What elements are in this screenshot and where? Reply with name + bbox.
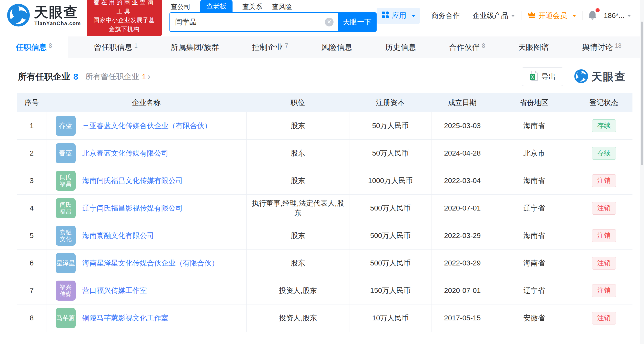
company-link[interactable]: 营口福兴传媒工作室 bbox=[82, 285, 147, 296]
search-tabs: 查公司查老板查关系查风险 bbox=[169, 0, 377, 12]
positions-table: 序号企业名称职位注册资本成立日期省份地区登记状态 1春蓝三亚春蓝文化传媒合伙企业… bbox=[17, 93, 632, 332]
crown-icon bbox=[528, 11, 536, 21]
province-cell: 辽宁省 bbox=[493, 195, 575, 222]
company-avatar[interactable]: 福兴传媒 bbox=[56, 281, 76, 301]
tab-count-badge: 7 bbox=[285, 42, 288, 49]
company-link[interactable]: 海南闫氏福昌文化传媒有限公司 bbox=[82, 176, 183, 186]
vip-upgrade-menu[interactable]: 开通会员 bbox=[521, 11, 582, 21]
table-row: 8马芊蕙铜陵马芊蕙影视文化工作室投资人,股东10万人民币2017-05-15安徽… bbox=[17, 304, 632, 332]
index-cell: 2 bbox=[17, 140, 46, 167]
tab-label: 舆情讨论 bbox=[582, 42, 613, 53]
date-cell: 2025-03-03 bbox=[431, 112, 493, 139]
capital-cell: 500万人民币 bbox=[349, 250, 431, 277]
tab-count-badge: 8 bbox=[49, 42, 52, 49]
profile-tab-2[interactable]: 所属集团/族群 bbox=[164, 36, 226, 58]
search-tab-0[interactable]: 查公司 bbox=[170, 1, 190, 12]
company-avatar[interactable]: 闫氏福昌 bbox=[56, 198, 76, 218]
tianyancha-swirl-icon bbox=[7, 3, 30, 28]
company-link[interactable]: 海南寰融文化有限公司 bbox=[82, 231, 154, 241]
column-header-0: 序号 bbox=[17, 98, 46, 108]
scrollbar-thumb[interactable] bbox=[641, 22, 643, 165]
profile-tab-4[interactable]: 风险信息 bbox=[314, 36, 359, 58]
avatar-text-line: 马芊蕙 bbox=[56, 314, 75, 322]
table-header-row: 序号企业名称职位注册资本成立日期省份地区登记状态 bbox=[17, 93, 632, 112]
profile-tab-0[interactable]: 任职信息8 bbox=[0, 36, 68, 58]
account-menu[interactable]: 186*... bbox=[602, 12, 637, 20]
profile-tab-1[interactable]: 曾任职信息1 bbox=[87, 36, 145, 58]
tianyancha-watermark: 天眼查 bbox=[574, 69, 626, 84]
watermark-text: 天眼查 bbox=[591, 70, 626, 84]
profile-tab-3[interactable]: 控制企业7 bbox=[245, 36, 295, 58]
avatar-text-line: 福昌 bbox=[60, 208, 72, 215]
table-row: 1春蓝三亚春蓝文化传媒合伙企业（有限合伙）股东50万人民币2025-03-03海… bbox=[17, 112, 632, 140]
profile-tab-5[interactable]: 历史信息 bbox=[378, 36, 423, 58]
scrollbar[interactable] bbox=[640, 0, 644, 344]
position-cell: 执行董事,经理,法定代表人,股东 bbox=[246, 195, 349, 222]
company-avatar[interactable]: 春蓝 bbox=[56, 116, 76, 136]
company-avatar[interactable]: 星泽星 bbox=[56, 253, 76, 273]
brand-name: 天眼查 bbox=[34, 5, 81, 19]
date-cell: 2024-04-28 bbox=[431, 140, 493, 167]
company-link[interactable]: 三亚春蓝文化传媒合伙企业（有限合伙） bbox=[82, 121, 212, 131]
tab-label: 风险信息 bbox=[321, 42, 352, 53]
company-link[interactable]: 辽宁闫氏福昌影视传媒有限公司 bbox=[82, 203, 183, 214]
capital-cell: 50万人民币 bbox=[349, 140, 431, 167]
promo-line1: 都在用的商业查询工具 bbox=[91, 0, 157, 16]
tab-label: 历史信息 bbox=[385, 42, 416, 53]
column-header-2: 职位 bbox=[246, 98, 349, 108]
tianyancha-swirl-icon bbox=[574, 69, 588, 84]
tab-label: 天眼图谱 bbox=[518, 42, 549, 53]
former-positions-link[interactable]: 所有曾任职企业 1 › bbox=[85, 71, 150, 82]
search-tab-3[interactable]: 查风险 bbox=[272, 1, 292, 12]
apps-label: 应用 bbox=[392, 11, 406, 21]
status-cell: 注销 bbox=[575, 304, 632, 332]
company-avatar[interactable]: 闫氏福昌 bbox=[56, 171, 76, 191]
province-cell: 北京市 bbox=[493, 140, 575, 167]
capital-cell: 500万人民币 bbox=[349, 195, 431, 222]
export-button[interactable]: X 导出 bbox=[522, 67, 563, 86]
company-link[interactable]: 铜陵马芊蕙影视文化工作室 bbox=[82, 313, 168, 323]
date-cell: 2022-03-29 bbox=[431, 222, 493, 249]
company-link[interactable]: 海南星泽星文化传媒合伙企业（有限合伙） bbox=[82, 258, 219, 269]
tab-label: 控制企业 bbox=[252, 42, 283, 53]
chevron-down-icon bbox=[411, 15, 416, 17]
business-cooperation-link[interactable]: 商务合作 bbox=[425, 11, 466, 21]
profile-tab-8[interactable]: 舆情讨论18 bbox=[575, 36, 629, 58]
province-cell: 安徽省 bbox=[493, 304, 575, 332]
search-button[interactable]: 天眼一下 bbox=[338, 12, 377, 32]
position-cell: 股东 bbox=[246, 222, 349, 249]
apps-grid-icon bbox=[381, 11, 389, 21]
company-cell: 闫氏福昌海南闫氏福昌文化传媒有限公司 bbox=[46, 167, 246, 194]
search-input[interactable] bbox=[175, 18, 325, 26]
status-cell: 存续 bbox=[575, 112, 632, 139]
secondary-count: 1 bbox=[142, 72, 146, 81]
enterprise-products-menu[interactable]: 企业级产品 bbox=[466, 11, 521, 21]
brand-domain: TianYanCha.com bbox=[34, 21, 81, 26]
search-input-box[interactable]: ✕ bbox=[169, 12, 338, 32]
province-cell: 海南省 bbox=[493, 250, 575, 277]
tianyancha-logo[interactable]: 天眼查 TianYanCha.com bbox=[7, 3, 81, 28]
search-tab-2[interactable]: 查关系 bbox=[242, 1, 262, 12]
index-cell: 8 bbox=[17, 304, 46, 332]
account-label: 186*... bbox=[604, 12, 625, 20]
notifications-button[interactable] bbox=[583, 10, 602, 22]
column-header-6: 登记状态 bbox=[575, 98, 632, 108]
chevron-down-icon bbox=[572, 15, 576, 17]
company-avatar[interactable]: 寰融文化 bbox=[56, 226, 76, 246]
status-badge: 注销 bbox=[592, 284, 616, 297]
apps-menu[interactable]: 应用 bbox=[377, 8, 420, 24]
company-cell: 闫氏福昌辽宁闫氏福昌影视传媒有限公司 bbox=[46, 195, 246, 222]
status-cell: 注销 bbox=[575, 250, 632, 277]
clear-search-icon[interactable]: ✕ bbox=[325, 18, 334, 26]
profile-tab-6[interactable]: 合作伙伴8 bbox=[442, 36, 492, 58]
profile-tab-7[interactable]: 天眼图谱 bbox=[511, 36, 556, 58]
column-header-3: 注册资本 bbox=[349, 98, 431, 108]
company-avatar[interactable]: 春蓝 bbox=[56, 143, 76, 163]
status-cell: 注销 bbox=[575, 222, 632, 249]
status-badge: 存续 bbox=[592, 147, 616, 159]
search-tab-1[interactable]: 查老板 bbox=[200, 0, 233, 12]
column-header-5: 省份地区 bbox=[493, 98, 575, 108]
company-avatar[interactable]: 马芊蕙 bbox=[56, 308, 76, 328]
company-link[interactable]: 北京春蓝文化传媒有限公司 bbox=[82, 148, 168, 159]
date-cell: 2017-05-15 bbox=[431, 304, 493, 332]
